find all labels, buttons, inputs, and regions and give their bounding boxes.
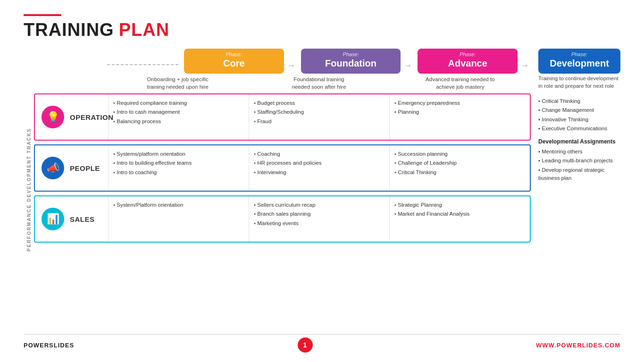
list-item: Emergency preparedness — [394, 99, 525, 107]
people-core-cell: Systems/platform orientation Intro to bu… — [108, 145, 249, 191]
operation-icon-circle: 💡 — [42, 106, 64, 128]
sales-foundation-cell: Sellers curriculum recap Branch sales pl… — [249, 196, 389, 242]
list-item: Intro to coaching — [113, 168, 244, 177]
list-item: Sellers curriculum recap — [254, 201, 385, 209]
operation-core-cell: Required compliance training Intro to ca… — [108, 94, 249, 140]
list-item: Executive Communications — [538, 125, 620, 133]
people-icon-circle: 📣 — [42, 157, 64, 179]
operation-foundation-cell: Budget process Staffing/Scheduling Fraud — [249, 94, 389, 140]
list-item: Critical Thinking — [394, 168, 525, 177]
arrow-advance-development: → — [519, 61, 529, 74]
list-item: Required compliance training — [113, 99, 244, 107]
list-item: Develop regional strategic business plan — [538, 166, 620, 183]
people-advance-list: Succession planning Challenge of Leaders… — [394, 150, 525, 177]
track-row-people: 📣 PEOPLE Systems/platform orientation In… — [34, 144, 531, 192]
list-item: Mentoring others — [538, 148, 620, 156]
people-foundation-cell: Coaching HR processes and policies Inter… — [249, 145, 389, 191]
phase-development-header-cell: Phase: Development — [531, 49, 620, 74]
title-black: TRAINING — [24, 20, 114, 40]
desc-row: Onboarding + job specifictraining needed… — [34, 75, 620, 92]
people-icon-cell: 📣 PEOPLE — [35, 145, 108, 191]
vertical-label-col: PERFORMANCE DEVELOPMENT TRACKS — [24, 49, 34, 330]
desc-foundation: Foundational trainingneeded soon after h… — [250, 75, 387, 92]
footer-left: POWERSLIDES — [24, 342, 74, 349]
arrow-core-foundation: → — [286, 61, 295, 74]
phase-foundation-label-big: Foundation — [305, 58, 397, 69]
sales-icon-cell: 📊 SALES — [35, 196, 108, 242]
sales-advance-list: Strategic Planning Market and Financial … — [394, 201, 525, 219]
tracks-development-area: 💡 OPERATION Required compliance training… — [34, 93, 620, 330]
phase-development-label-big: Development — [542, 58, 617, 69]
title-red: PLAN — [119, 20, 169, 40]
list-item: Interviewing — [254, 168, 385, 177]
list-item: Critical Thinking — [538, 97, 620, 105]
phase-advance-label-small: Phase: — [421, 51, 514, 57]
list-item: Fraud — [254, 118, 385, 126]
phase-advance-wrapper: Phase: Advance → — [416, 49, 529, 74]
phase-core-label-small: Phase: — [188, 51, 280, 57]
sales-icon: 📊 — [47, 213, 59, 225]
vertical-label: PERFORMANCE DEVELOPMENT TRACKS — [26, 128, 32, 252]
footer: POWERSLIDES 1 WWW.POWERLIDES.COM — [24, 334, 620, 353]
table-area: Phase: Core → Phase: Foundation → — [34, 49, 620, 330]
list-item: HR processes and policies — [254, 159, 385, 167]
list-item: Budget process — [254, 99, 385, 107]
list-item: Challenge of Leadership — [394, 159, 525, 167]
operation-icon: 💡 — [47, 111, 59, 123]
list-item: Planning — [394, 108, 525, 116]
list-item: Strategic Planning — [394, 201, 525, 209]
phase-foundation-label-small: Phase: — [305, 51, 397, 57]
list-item: Balancing process — [113, 118, 244, 126]
sales-label: SALES — [70, 215, 95, 223]
dev-assignments-title: Developmental Assignments — [538, 137, 620, 146]
list-item: Market and Financial Analysis — [394, 210, 525, 218]
list-item: Systems/platform orientation — [113, 150, 244, 158]
operation-advance-cell: Emergency preparedness Planning — [389, 94, 530, 140]
phase-development-label-small: Phase: — [542, 51, 617, 57]
desc-advance: Advanced training needed toachieve job m… — [392, 75, 529, 92]
operation-foundation-list: Budget process Staffing/Scheduling Fraud — [254, 99, 385, 126]
sales-icon-circle: 📊 — [42, 208, 64, 230]
desc-development: Training to continue development in role… — [531, 75, 620, 92]
people-core-list: Systems/platform orientation Intro to bu… — [113, 150, 244, 177]
phase-advance-label-big: Advance — [421, 58, 514, 69]
operation-core-list: Required compliance training Intro to ca… — [113, 99, 244, 126]
people-advance-cell: Succession planning Challenge of Leaders… — [389, 145, 530, 191]
list-item: Marketing events — [254, 219, 385, 227]
operation-icon-cell: 💡 OPERATION — [35, 94, 108, 140]
phase-core-box: Phase: Core — [184, 49, 284, 74]
list-item: Branch sales planning — [254, 210, 385, 218]
red-line — [24, 14, 61, 16]
footer-right: WWW.POWERLIDES.COM — [536, 342, 620, 349]
dev-assignments-list: Mentoring others Leading multi-branch pr… — [538, 148, 620, 182]
sales-core-cell: System/Platform orientation — [108, 196, 249, 242]
list-item: System/Platform orientation — [113, 201, 244, 209]
development-col: Critical Thinking Change Management Inno… — [531, 93, 620, 330]
track-row-operation: 💡 OPERATION Required compliance training… — [34, 93, 531, 141]
operation-label: OPERATION — [70, 113, 114, 121]
desc-core: Onboarding + job specifictraining needed… — [109, 75, 246, 92]
list-item: Change Management — [538, 106, 620, 114]
list-item: Staffing/Scheduling — [254, 108, 385, 116]
phases-header-row: Phase: Core → Phase: Foundation → — [34, 49, 620, 74]
list-item: Leading multi-branch projects — [538, 157, 620, 165]
footer-page-number: 1 — [298, 337, 313, 353]
list-item: Intro to cash management — [113, 108, 244, 116]
people-label: PEOPLE — [70, 164, 100, 172]
phase-core-wrapper: Phase: Core → — [182, 49, 295, 74]
sales-core-list: System/Platform orientation — [113, 201, 244, 209]
sales-advance-cell: Strategic Planning Market and Financial … — [389, 196, 530, 242]
phase-foundation-wrapper: Phase: Foundation → — [299, 49, 412, 74]
track-row-sales: 📊 SALES System/Platform orientation Sell… — [34, 195, 531, 243]
list-item: Innovative Thinking — [538, 116, 620, 124]
people-foundation-list: Coaching HR processes and policies Inter… — [254, 150, 385, 177]
main-content: PERFORMANCE DEVELOPMENT TRACKS Phase: Co… — [24, 49, 620, 330]
development-items-list: Critical Thinking Change Management Inno… — [538, 97, 620, 133]
sales-foundation-list: Sellers curriculum recap Branch sales pl… — [254, 201, 385, 227]
list-item: Succession planning — [394, 150, 525, 158]
phase-development-box: Phase: Development — [538, 49, 620, 74]
phase-foundation-box: Phase: Foundation — [301, 49, 401, 74]
title-row: TRAINING PLAN — [24, 20, 620, 40]
phase-core-label-big: Core — [188, 58, 280, 69]
tracks-grid: 💡 OPERATION Required compliance training… — [34, 93, 531, 330]
